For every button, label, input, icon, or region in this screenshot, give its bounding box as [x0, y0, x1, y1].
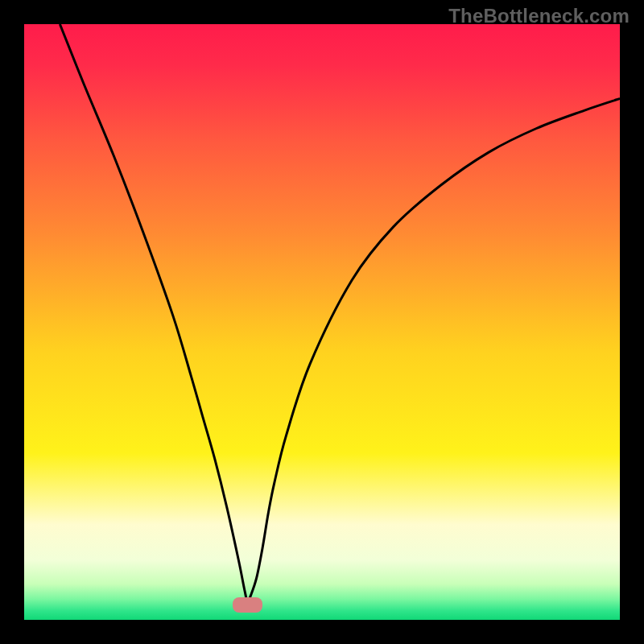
- watermark-text: TheBottleneck.com: [448, 5, 630, 27]
- optimal-marker: [233, 597, 262, 613]
- bottleneck-curve: [24, 24, 620, 620]
- plot-outer: [24, 24, 620, 620]
- chart-frame: TheBottleneck.com: [0, 0, 644, 644]
- plot-area: [24, 24, 620, 620]
